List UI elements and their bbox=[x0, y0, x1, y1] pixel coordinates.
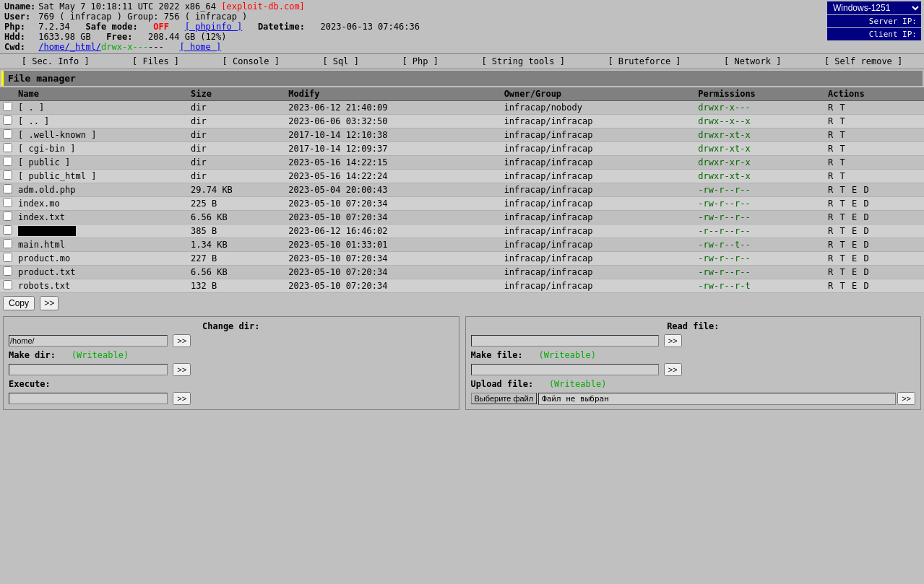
file-link[interactable]: index.txt bbox=[18, 212, 65, 222]
row-name[interactable]: main.html bbox=[15, 238, 188, 252]
row-checkbox-cell[interactable] bbox=[0, 170, 15, 183]
row-name[interactable]: product.txt bbox=[15, 266, 188, 279]
nav-bruteforce[interactable]: [ Bruteforce ] bbox=[608, 56, 681, 66]
file-link[interactable]: [ cgi-bin ] bbox=[18, 144, 75, 154]
choose-file-button[interactable]: Выберите файл bbox=[471, 393, 537, 404]
action-d-link[interactable]: D bbox=[863, 185, 868, 195]
action-d-link[interactable]: D bbox=[863, 199, 868, 209]
action-t-link[interactable]: T bbox=[840, 199, 845, 209]
phpinfo-link[interactable]: [ phpinfo ] bbox=[185, 22, 242, 32]
file-link[interactable]: index.mo bbox=[18, 199, 60, 209]
read-file-input[interactable] bbox=[471, 335, 659, 347]
file-link[interactable]: [ .. ] bbox=[18, 116, 49, 126]
row-name[interactable]: product.mo bbox=[15, 252, 188, 266]
action-e-link[interactable]: E bbox=[852, 240, 857, 250]
row-checkbox-cell[interactable] bbox=[0, 183, 15, 197]
cwd-html-link[interactable]: _html/ bbox=[70, 42, 101, 52]
row-checkbox-cell[interactable] bbox=[0, 266, 15, 279]
action-r-link[interactable]: R bbox=[828, 212, 833, 222]
file-link[interactable]: product.mo bbox=[18, 253, 70, 263]
upload-button[interactable]: >> bbox=[897, 392, 915, 405]
action-t-link[interactable]: T bbox=[840, 116, 845, 126]
copy-button[interactable]: Copy bbox=[3, 296, 35, 310]
action-d-link[interactable]: D bbox=[863, 226, 868, 236]
action-t-link[interactable]: T bbox=[840, 281, 845, 291]
action-d-link[interactable]: D bbox=[863, 240, 868, 250]
row-checkbox[interactable] bbox=[3, 266, 12, 276]
action-r-link[interactable]: R bbox=[828, 157, 833, 167]
action-e-link[interactable]: E bbox=[852, 226, 857, 236]
row-checkbox[interactable] bbox=[3, 225, 12, 235]
action-t-link[interactable]: T bbox=[840, 171, 845, 181]
make-file-input[interactable] bbox=[471, 364, 659, 375]
action-r-link[interactable]: R bbox=[828, 144, 833, 154]
action-t-link[interactable]: T bbox=[840, 103, 845, 113]
action-t-link[interactable]: T bbox=[840, 240, 845, 250]
row-name[interactable]: robots.txt bbox=[15, 279, 188, 293]
action-d-link[interactable]: D bbox=[863, 253, 868, 263]
row-checkbox-cell[interactable] bbox=[0, 156, 15, 170]
file-link[interactable]: product.txt bbox=[18, 267, 75, 277]
action-r-link[interactable]: R bbox=[828, 171, 833, 181]
change-dir-input[interactable] bbox=[9, 335, 168, 347]
row-name[interactable]: [ . ] bbox=[15, 101, 188, 115]
row-checkbox-cell[interactable] bbox=[0, 142, 15, 156]
action-t-link[interactable]: T bbox=[840, 144, 845, 154]
row-checkbox-cell[interactable] bbox=[0, 211, 15, 225]
action-t-link[interactable]: T bbox=[840, 185, 845, 195]
action-e-link[interactable]: E bbox=[852, 267, 857, 277]
make-dir-input[interactable] bbox=[9, 364, 168, 375]
row-name[interactable]: [ .. ] bbox=[15, 115, 188, 128]
nav-sec-info[interactable]: [ Sec. Info ] bbox=[22, 56, 90, 66]
row-name[interactable]: index.mo bbox=[15, 197, 188, 211]
action-r-link[interactable]: R bbox=[828, 130, 833, 140]
make-dir-button[interactable]: >> bbox=[173, 363, 191, 376]
row-checkbox[interactable] bbox=[3, 102, 12, 111]
action-t-link[interactable]: T bbox=[840, 157, 845, 167]
nav-console[interactable]: [ Console ] bbox=[223, 56, 280, 66]
nav-self-remove[interactable]: [ Self remove ] bbox=[824, 56, 902, 66]
action-d-link[interactable]: D bbox=[863, 212, 868, 222]
action-t-link[interactable]: T bbox=[840, 212, 845, 222]
action-d-link[interactable]: D bbox=[863, 267, 868, 277]
nav-sql[interactable]: [ Sql ] bbox=[322, 56, 359, 66]
row-checkbox[interactable] bbox=[3, 212, 12, 221]
row-checkbox-cell[interactable] bbox=[0, 197, 15, 211]
row-checkbox[interactable] bbox=[3, 198, 12, 207]
file-link[interactable]: [ public ] bbox=[18, 157, 70, 167]
encoding-select[interactable]: Windows-1251 bbox=[827, 1, 921, 14]
action-t-link[interactable]: T bbox=[840, 226, 845, 236]
action-r-link[interactable]: R bbox=[828, 116, 833, 126]
row-name[interactable]: index.txt bbox=[15, 211, 188, 225]
row-checkbox-cell[interactable] bbox=[0, 225, 15, 238]
action-e-link[interactable]: E bbox=[852, 199, 857, 209]
row-checkbox[interactable] bbox=[3, 116, 12, 125]
file-link[interactable]: [ public_html ] bbox=[18, 171, 96, 181]
row-checkbox-cell[interactable] bbox=[0, 252, 15, 266]
nav-files[interactable]: [ Files ] bbox=[132, 56, 179, 66]
action-r-link[interactable]: R bbox=[828, 226, 833, 236]
exploit-link[interactable]: [exploit-db.com] bbox=[221, 1, 305, 12]
make-file-button[interactable]: >> bbox=[664, 363, 682, 376]
action-r-link[interactable]: R bbox=[828, 240, 833, 250]
row-checkbox-cell[interactable] bbox=[0, 238, 15, 252]
action-e-link[interactable]: E bbox=[852, 185, 857, 195]
action-e-link[interactable]: E bbox=[852, 212, 857, 222]
change-dir-button[interactable]: >> bbox=[173, 334, 191, 347]
row-checkbox[interactable] bbox=[3, 170, 12, 180]
file-link[interactable]: main.html bbox=[18, 240, 65, 250]
action-r-link[interactable]: R bbox=[828, 199, 833, 209]
row-checkbox[interactable] bbox=[3, 157, 12, 166]
row-checkbox-cell[interactable] bbox=[0, 279, 15, 293]
row-checkbox[interactable] bbox=[3, 280, 12, 289]
action-t-link[interactable]: T bbox=[840, 267, 845, 277]
cwd-path-link[interactable]: /home/ bbox=[38, 42, 69, 52]
file-link[interactable]: [ .well-known ] bbox=[18, 130, 96, 140]
row-checkbox-cell[interactable] bbox=[0, 101, 15, 115]
action-t-link[interactable]: T bbox=[840, 130, 845, 140]
action-t-link[interactable]: T bbox=[840, 253, 845, 263]
file-link[interactable]: [ . ] bbox=[18, 103, 44, 113]
file-link[interactable]: adm.old.php bbox=[18, 185, 75, 195]
action-r-link[interactable]: R bbox=[828, 185, 833, 195]
nav-string-tools[interactable]: [ String tools ] bbox=[481, 56, 565, 66]
